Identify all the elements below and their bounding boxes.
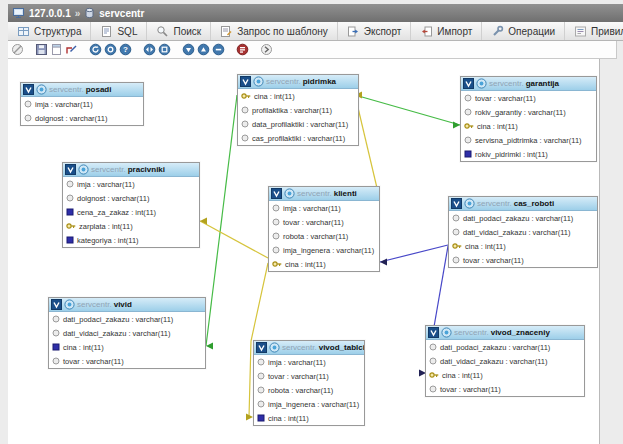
field-row-imja_ingenera[interactable]: imja_ingenera : varchar(11) [269,243,379,257]
save-position-icon[interactable] [35,43,48,56]
field-row-dati_podaci_zakazu[interactable]: dati_podaci_zakazu : varchar(11) [449,211,597,225]
create-relation-icon[interactable] [65,43,78,56]
column-icon [66,194,74,202]
field-row-dati_vidaci_zakazu[interactable]: dati_vidaci_zakazu : varchar(11) [449,225,597,239]
export-icon [347,25,360,38]
field-row-dolgnost[interactable]: dolgnost : varchar(11) [21,111,143,125]
move-menu-icon[interactable] [143,43,156,56]
field-label: tovar : varchar(11) [63,357,124,366]
breadcrumb-separator: » [75,8,81,19]
field-row-rokiv_pidrimki[interactable]: rokiv_pidrimki : int(11) [461,147,596,161]
field-row-data_profilaktiki[interactable]: data_profilaktiki : varchar(11) [238,117,358,131]
toggle-lines-icon[interactable] [212,43,225,56]
field-row-robota[interactable]: robota : varchar(11) [269,229,379,243]
table-cas_roboti[interactable]: servcentr.cas_robotidati_podaci_zakazu :… [448,196,598,268]
table-select-icon [271,188,282,199]
field-label: dolgnost : varchar(11) [35,114,107,123]
field-row-tovar[interactable]: tovar : varchar(11) [269,215,379,229]
field-row-tovar[interactable]: tovar : varchar(11) [254,369,364,383]
table-header[interactable]: servcentr.posadi [21,83,143,97]
field-row-cina[interactable]: cina : int(11) [426,368,584,382]
field-label: imja : varchar(11) [283,204,341,213]
field-row-dati_vidaci_zakazu[interactable]: dati_vidaci_zakazu : varchar(11) [426,354,584,368]
primary-key-icon [66,222,76,230]
field-row-cina[interactable]: cina : int(11) [49,340,205,354]
field-row-imja[interactable]: imja : varchar(11) [269,201,379,215]
field-row-robota[interactable]: robota : varchar(11) [254,383,364,397]
tab-export[interactable]: Экспорт [338,22,412,40]
field-row-cina[interactable]: cina : int(11) [254,411,364,425]
table-vivod_tablci[interactable]: servcentr.vivod_tablciimja : varchar(11)… [253,340,365,426]
toolbar-separator [227,49,236,50]
table-header[interactable]: servcentr.vivod_tablci [254,341,364,355]
field-row-servisna_pidtrimka[interactable]: servisna_pidtrimka : varchar(11) [461,133,596,147]
table-header[interactable]: servcentr.garantija [461,77,596,91]
field-row-cina[interactable]: cina : int(11) [238,89,358,103]
tab-search[interactable]: Поиск [147,22,211,40]
table-posadi[interactable]: servcentr.posadiimja : varchar(11)dolgno… [20,82,144,126]
field-row-cas_profilaktiki[interactable]: cas_profilaktiki : varchar(11) [238,131,358,145]
field-row-cina[interactable]: cina : int(11) [449,239,597,253]
field-row-imja[interactable]: imja : varchar(11) [21,97,143,111]
table-garantija[interactable]: servcentr.garantijatovar : varchar(11)ro… [460,76,597,162]
help-icon[interactable]: ? [119,43,132,56]
table-header[interactable]: servcentr.klienti [269,187,379,201]
field-row-tovar[interactable]: tovar : varchar(11) [461,91,596,105]
table-pracivniki[interactable]: servcentr.pracivnikiimja : varchar(11)do… [62,162,200,248]
new-table-icon[interactable] [50,43,63,56]
tab-privileges[interactable]: Привилегии [565,22,623,40]
field-row-dati_vidaci_zakazu[interactable]: dati_vidaci_zakazu : varchar(11) [49,326,205,340]
table-pidrimka[interactable]: servcentr.pidrimkacina : int(11)profilak… [237,74,359,146]
field-row-zarplata[interactable]: zarplata : int(11) [63,219,199,233]
field-row-dolgnost[interactable]: dolgnost : varchar(11) [63,191,199,205]
toggle-sidebar-icon[interactable] [11,43,24,56]
reload-icon[interactable] [89,43,102,56]
field-label: cina : int(11) [63,343,104,352]
field-row-imja_ingenera[interactable]: imja_ingenera : varchar(11) [254,397,364,411]
table-header[interactable]: servcentr.pracivniki [63,163,199,177]
field-row-tovar[interactable]: tovar : varchar(11) [426,382,584,396]
field-row-cina[interactable]: cina : int(11) [269,257,379,271]
field-label: imja_ingenera : varchar(11) [283,246,374,255]
tab-query[interactable]: Запрос по шаблону [211,22,338,40]
tab-operations[interactable]: Операции [482,22,565,40]
sql-icon [100,25,113,38]
table-header[interactable]: servcentr.cas_roboti [449,197,597,211]
field-row-tovar[interactable]: tovar : varchar(11) [49,354,205,368]
field-row-cena_za_zakaz[interactable]: cena_za_zakaz : int(11) [63,205,199,219]
big-all-icon[interactable] [197,43,210,56]
table-vivod_znaceniy[interactable]: servcentr.vivod_znaceniydati_podaci_zaka… [425,325,585,397]
field-row-tovar[interactable]: tovar : varchar(11) [449,253,597,267]
field-row-imja[interactable]: imja : varchar(11) [254,355,364,369]
table-schema: servcentr. [77,300,112,309]
tab-import[interactable]: Импорт [411,22,482,40]
field-label: rokiv_garantiy : varchar(11) [475,108,566,117]
query-icon [220,25,233,38]
field-row-cina[interactable]: cina : int(11) [461,119,596,133]
export-pdf-icon[interactable] [236,43,249,56]
toolbar-separator [134,49,143,50]
table-klienti[interactable]: servcentr.klientiimja : varchar(11)tovar… [268,186,380,272]
table-vivid[interactable]: servcentr.vividdati_podaci_zakazu : varc… [48,297,206,369]
field-row-profilaktika[interactable]: profilaktika : varchar(11) [238,103,358,117]
angular-links-icon[interactable] [104,43,117,56]
field-label: tovar : varchar(11) [268,372,329,381]
expand-panel-icon[interactable] [260,43,273,56]
small-all-icon[interactable] [182,43,195,56]
tab-sql[interactable]: SQL [91,22,147,40]
menu-tabs: СтруктураSQLПоискЗапрос по шаблонуЭкспор… [8,22,623,41]
field-row-imja[interactable]: imja : varchar(11) [63,177,199,191]
field-row-rokiv_garantiy[interactable]: rokiv_garantiy : varchar(11) [461,105,596,119]
field-row-dati_podaci_zakazu[interactable]: dati_podaci_zakazu : varchar(11) [426,340,584,354]
table-header[interactable]: servcentr.vivid [49,298,205,312]
grid-snap-icon[interactable] [158,43,171,56]
field-row-kategoriya[interactable]: kategoriya : int(11) [63,233,199,247]
table-options-icon [78,164,89,175]
breadcrumb-database[interactable]: servcentr [99,8,144,19]
breadcrumb-server[interactable]: 127.0.0.1 [29,8,71,19]
table-header[interactable]: servcentr.pidrimka [238,75,358,89]
column-icon [272,232,280,240]
field-row-dati_podaci_zakazu[interactable]: dati_podaci_zakazu : varchar(11) [49,312,205,326]
table-header[interactable]: servcentr.vivod_znaceniy [426,326,584,340]
tab-structure[interactable]: Структура [8,22,91,40]
